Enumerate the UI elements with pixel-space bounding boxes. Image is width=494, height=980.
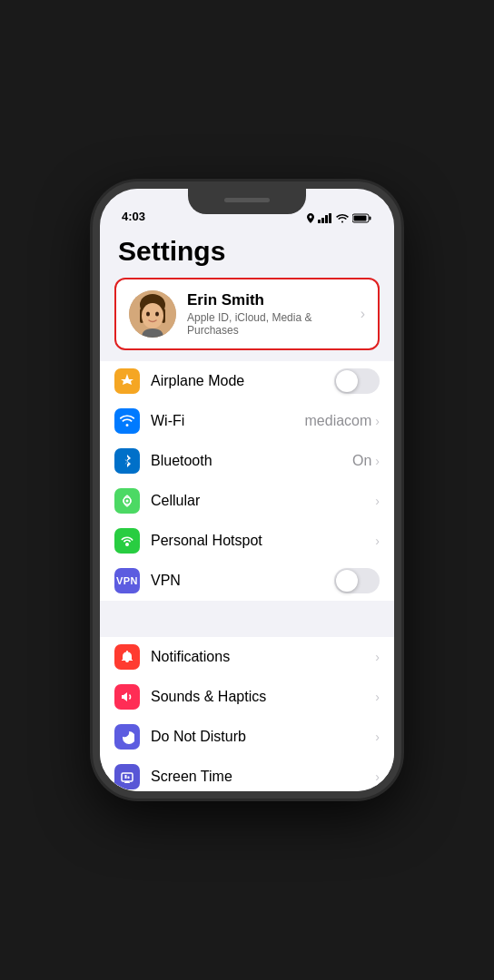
wifi-icon-bg [114,408,140,434]
svg-point-15 [126,500,129,503]
location-icon [307,213,314,223]
group-connectivity: Airplane Mode Wi-Fi mediacom › [100,361,394,601]
avatar-image [129,290,176,338]
svg-rect-16 [122,773,133,781]
notifications-label: Notifications [151,649,375,665]
svg-point-13 [155,312,159,317]
sounds-label: Sounds & Haptics [151,689,375,705]
sounds-chevron: › [375,690,380,704]
phone-frame: 4:03 [93,181,401,799]
airplane-icon-bg [114,368,140,394]
hotspot-chevron: › [375,534,380,548]
profile-row[interactable]: Erin Smith Apple ID, iCloud, Media & Pur… [114,278,380,350]
svg-rect-6 [354,216,367,221]
status-time: 4:03 [122,210,145,223]
row-do-not-disturb[interactable]: Do Not Disturb › [100,717,394,757]
row-sounds[interactable]: Sounds & Haptics › [100,677,394,717]
screen: 4:03 [100,189,394,791]
row-notifications[interactable]: Notifications › [100,637,394,677]
screentime-icon-bg [114,764,140,789]
svg-point-11 [142,303,163,328]
vpn-label-text: VPN [116,575,138,586]
hotspot-icon-bg [114,528,140,554]
row-screen-time[interactable]: Screen Time › [100,757,394,791]
sounds-icon [120,690,134,704]
cellular-icon [120,494,134,508]
svg-rect-18 [124,782,130,783]
screentime-icon [120,769,134,784]
wifi-chevron: › [375,414,380,428]
moon-icon [120,730,134,744]
notifications-chevron: › [375,650,380,664]
profile-chevron: › [361,306,365,322]
svg-rect-2 [325,215,328,223]
bluetooth-label: Bluetooth [151,453,352,469]
cellular-label: Cellular [151,493,375,509]
airplane-toggle[interactable] [334,368,380,394]
bluetooth-value: On [352,453,371,469]
row-cellular[interactable]: Cellular › [100,481,394,521]
row-airplane-mode[interactable]: Airplane Mode [100,361,394,401]
svg-rect-1 [321,218,324,223]
hotspot-icon [120,534,134,548]
dnd-icon-bg [114,724,140,750]
settings-content: Settings [100,229,394,791]
profile-name: Erin Smith [187,291,350,309]
airplane-icon [120,374,134,388]
dnd-label: Do Not Disturb [151,729,375,745]
bluetooth-icon [120,454,134,468]
sounds-icon-bg [114,684,140,710]
section-divider-1 [100,608,394,637]
wifi-icon [120,414,134,428]
svg-point-12 [146,312,150,317]
row-personal-hotspot[interactable]: Personal Hotspot › [100,521,394,561]
notifications-icon [120,650,134,664]
signal-icon [318,213,332,223]
screentime-label: Screen Time [151,769,375,785]
airplane-label: Airplane Mode [151,373,334,389]
wifi-label: Wi-Fi [151,413,305,429]
page-title: Settings [100,229,394,278]
avatar [129,290,176,338]
cellular-chevron: › [375,494,380,508]
bluetooth-chevron: › [375,454,380,468]
screentime-chevron: › [375,769,380,784]
vpn-icon-bg: VPN [114,568,140,593]
svg-rect-5 [370,217,371,220]
battery-icon [352,213,372,223]
notch [188,189,306,214]
row-vpn[interactable]: VPN VPN [100,561,394,601]
vpn-toggle[interactable] [334,568,380,593]
status-icons [307,213,372,223]
row-bluetooth[interactable]: Bluetooth On › [100,441,394,481]
speaker [224,198,270,202]
cellular-icon-bg [114,488,140,514]
wifi-status-icon [336,213,349,223]
svg-rect-19 [125,775,127,779]
vpn-label: VPN [151,573,334,589]
bluetooth-icon-bg [114,448,140,474]
wifi-value: mediacom [305,413,372,429]
dnd-chevron: › [375,730,380,744]
svg-rect-3 [329,213,331,223]
personal-hotspot-label: Personal Hotspot [151,533,375,549]
profile-subtitle: Apple ID, iCloud, Media & Purchases [187,311,350,337]
group-notifications: Notifications › Sounds & Haptics › [100,637,394,791]
svg-rect-0 [318,220,321,223]
row-wifi[interactable]: Wi-Fi mediacom › [100,401,394,441]
svg-rect-20 [128,777,130,779]
notifications-icon-bg [114,644,140,670]
profile-info: Erin Smith Apple ID, iCloud, Media & Pur… [187,291,350,337]
